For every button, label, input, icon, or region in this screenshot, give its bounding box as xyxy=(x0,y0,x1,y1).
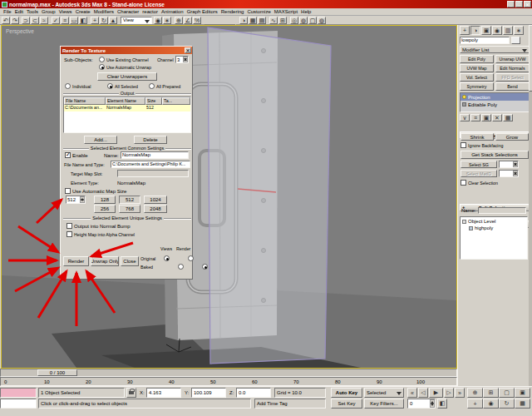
layer-manager-icon[interactable]: ▤ xyxy=(258,17,266,24)
selection-set-dropdown[interactable]: Selected xyxy=(364,388,404,398)
bind-to-space-warp-icon[interactable]: ≈ xyxy=(40,17,48,24)
dialog-close-icon[interactable]: ✕ xyxy=(185,47,191,53)
stack-item-editable-poly[interactable]: Editable Poly xyxy=(461,101,529,108)
arc-rotate-icon[interactable]: ↻ xyxy=(499,399,515,409)
window-crossing-icon[interactable]: ◧ xyxy=(79,17,87,24)
use-pivot-center-icon[interactable]: ◉ xyxy=(154,17,162,24)
menu-rendering[interactable]: Rendering xyxy=(219,9,246,14)
modifier-button-edit-normals[interactable]: Edit Normals xyxy=(495,64,530,72)
menu-help[interactable]: Help xyxy=(299,9,313,14)
title-bar[interactable]: normalmap.max - Autodesk 3ds Max 8 - Sta… xyxy=(0,0,532,8)
panel-scrollbar-thumb[interactable] xyxy=(529,25,532,92)
schematic-view-icon[interactable]: ⊞ xyxy=(278,17,287,24)
output-table[interactable]: File Name Element Name Size Ta... C:\Doc… xyxy=(63,97,191,133)
unlink-selection-icon[interactable]: ⊂ xyxy=(31,17,39,24)
menu-create[interactable]: Create xyxy=(74,9,92,14)
column-element-name[interactable]: Element Name xyxy=(106,97,145,105)
mirror-icon[interactable]: ◑ xyxy=(239,17,248,24)
zoom-icon[interactable]: ⊕ xyxy=(467,388,483,398)
get-stack-selections-button[interactable]: Get Stack Selections xyxy=(461,151,529,159)
close-button[interactable]: ✕ xyxy=(524,1,531,7)
hierarchy-tab-icon[interactable]: ▣ xyxy=(481,26,491,35)
alpha-channel-checkbox[interactable]: Height Map into Alpha Channel xyxy=(66,231,135,237)
original-render-radio[interactable] xyxy=(188,255,194,261)
make-unique-icon[interactable]: ▣ xyxy=(481,114,491,121)
render-scene-icon[interactable]: ◍ xyxy=(299,17,308,24)
column-target[interactable]: Ta... xyxy=(162,97,190,105)
map-size-spinner[interactable]: 512 xyxy=(66,196,86,204)
column-file-name[interactable]: File Name xyxy=(64,97,106,105)
menu-edit[interactable]: Edit xyxy=(13,9,25,14)
select-matid-button[interactable]: Select MatID xyxy=(461,170,497,177)
dialog-title-bar[interactable]: Render To Texture ✕ xyxy=(61,47,192,54)
select-and-move-icon[interactable]: + xyxy=(91,17,99,24)
reference-name-field[interactable] xyxy=(478,207,526,214)
percent-snap-icon[interactable]: % xyxy=(193,17,201,24)
menu-animation[interactable]: Animation xyxy=(160,9,185,14)
menu-modifiers[interactable]: Modifiers xyxy=(92,9,116,14)
angle-snap-icon[interactable]: ∠ xyxy=(184,17,192,24)
select-and-scale-icon[interactable]: ▲ xyxy=(109,17,117,24)
create-tab-icon[interactable]: + xyxy=(460,26,470,35)
tree-node-highpoly[interactable]: highpoly xyxy=(461,224,527,230)
tree-node-object-level[interactable]: Object Level xyxy=(461,217,527,224)
select-and-rotate-icon[interactable]: ↻ xyxy=(100,17,108,24)
zoom-extents-icon[interactable]: ▢ xyxy=(499,388,515,398)
set-key-button[interactable]: Set Key xyxy=(331,399,362,409)
reference-geometry-list[interactable]: Object Level highpoly xyxy=(460,216,528,260)
zoom-all-icon[interactable]: ⊞ xyxy=(483,388,499,398)
add-time-tag[interactable]: Add Time Tag xyxy=(254,399,326,409)
table-row[interactable]: C:\Documents an... NormalsMap 512 xyxy=(64,105,190,111)
field-of-view-icon[interactable]: + xyxy=(467,399,483,409)
maxscript-mini-listener-pink[interactable] xyxy=(0,388,37,398)
menu-reactor[interactable]: reactor xyxy=(140,9,160,14)
object-name-field[interactable]: lowpoly xyxy=(460,37,510,44)
viewport-label[interactable]: Perspective xyxy=(6,28,34,34)
size-128-button[interactable]: 128 xyxy=(94,196,116,204)
go-to-start-icon[interactable]: « xyxy=(407,388,417,398)
configure-modifier-sets-icon[interactable]: ▦ xyxy=(503,114,513,121)
go-to-end-icon[interactable]: » xyxy=(455,388,465,398)
time-slider-thumb[interactable]: 0 / 100 xyxy=(37,369,77,376)
size-2048-button[interactable]: 2048 xyxy=(144,205,167,213)
column-size[interactable]: Size xyxy=(145,97,162,105)
material-editor-icon[interactable]: ◎ xyxy=(290,17,298,24)
track-bar[interactable]: 0 10 20 30 40 50 60 70 80 90 100 xyxy=(0,377,457,386)
use-automatic-unwrap-radio[interactable]: Use Automatic Unwrap xyxy=(99,64,151,70)
render-button[interactable]: Render xyxy=(63,256,89,266)
menu-graph-editors[interactable]: Graph Editors xyxy=(185,9,219,14)
menu-group[interactable]: Group xyxy=(40,9,57,14)
menu-character[interactable]: Character xyxy=(116,9,140,14)
individual-radio[interactable]: Individual xyxy=(65,83,91,89)
auto-key-button[interactable]: Auto Key xyxy=(331,388,362,398)
modifier-button-uvw-map[interactable]: UVW Map xyxy=(460,64,494,72)
x-coordinate-field[interactable]: 4.163 xyxy=(146,388,181,398)
object-color-swatch[interactable] xyxy=(511,37,520,44)
curve-editor-icon[interactable]: ∿ xyxy=(269,17,278,24)
modifier-button-bend[interactable]: Bend xyxy=(495,82,530,91)
target-map-slot-field[interactable] xyxy=(117,170,189,177)
z-coordinate-field[interactable]: 0.0 xyxy=(236,388,271,398)
size-512-button[interactable]: 512 xyxy=(119,196,140,204)
ignore-backfacing-checkbox[interactable]: Ignore Backfacing xyxy=(461,142,503,148)
play-animation-icon[interactable]: ▶ xyxy=(429,388,443,398)
original-views-radio[interactable] xyxy=(164,255,170,261)
zoom-extents-all-icon[interactable]: ▣ xyxy=(515,388,530,398)
previous-frame-icon[interactable]: ◁ xyxy=(418,388,428,398)
remove-modifier-icon[interactable]: ✕ xyxy=(492,114,502,121)
current-time-field[interactable]: 0 xyxy=(407,399,436,409)
show-end-result-icon[interactable]: ≡ xyxy=(470,114,480,121)
select-sg-button[interactable]: Select SG xyxy=(461,161,497,168)
stack-item-projection[interactable]: Projection xyxy=(461,93,529,101)
selection-lock-icon[interactable] xyxy=(126,388,136,398)
key-filters-button[interactable]: Key Filters... xyxy=(364,399,404,409)
clear-unwrappers-button[interactable]: Clear Unwrappers xyxy=(97,72,157,81)
output-normal-bump-checkbox[interactable]: Output into Normal Bump xyxy=(66,223,131,229)
display-tab-icon[interactable]: ▥ xyxy=(503,26,513,35)
shrink-button[interactable]: Shrink xyxy=(461,133,494,141)
unwrap-only-button[interactable]: Unwrap Only xyxy=(91,256,119,266)
modifier-button-edit-poly[interactable]: Edit Poly xyxy=(460,55,494,63)
baked-render-radio[interactable] xyxy=(202,264,208,270)
maximize-button[interactable]: □ xyxy=(515,1,523,7)
selection-region-icon[interactable]: ▭ xyxy=(70,17,78,24)
